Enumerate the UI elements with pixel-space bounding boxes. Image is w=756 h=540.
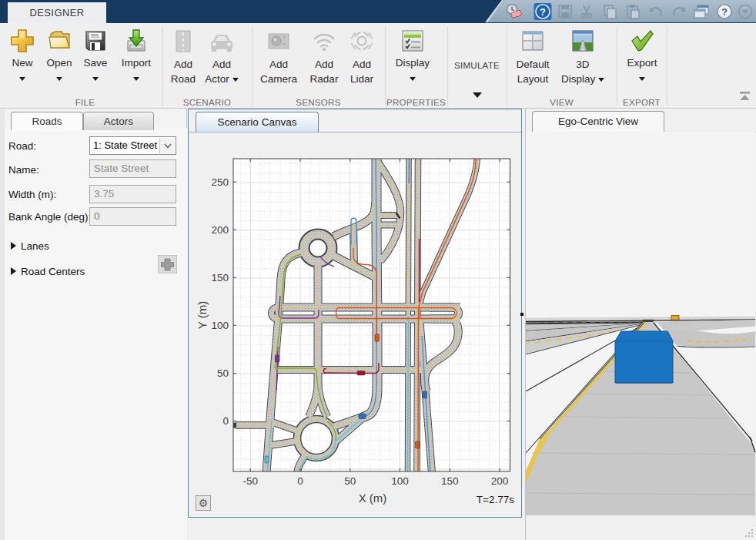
svg-text:Y (m): Y (m)	[196, 301, 209, 329]
svg-text:100: 100	[391, 475, 409, 487]
svg-text:T=2.77s: T=2.77s	[477, 494, 514, 505]
svg-text:50: 50	[344, 475, 356, 487]
svg-text:?: ?	[721, 6, 728, 18]
svg-text:X (m): X (m)	[359, 491, 387, 505]
svg-text:150: 150	[211, 272, 229, 283]
svg-text:200: 200	[491, 475, 509, 487]
svg-text:0: 0	[222, 415, 229, 427]
svg-text:150: 150	[441, 475, 459, 487]
svg-text:100: 100	[211, 320, 229, 331]
svg-text:250: 250	[211, 176, 229, 188]
svg-text:0: 0	[297, 475, 303, 487]
svg-text:50: 50	[217, 367, 229, 379]
svg-text:-50: -50	[243, 475, 258, 487]
svg-text:200: 200	[211, 224, 229, 236]
svg-text:?: ?	[540, 6, 546, 18]
